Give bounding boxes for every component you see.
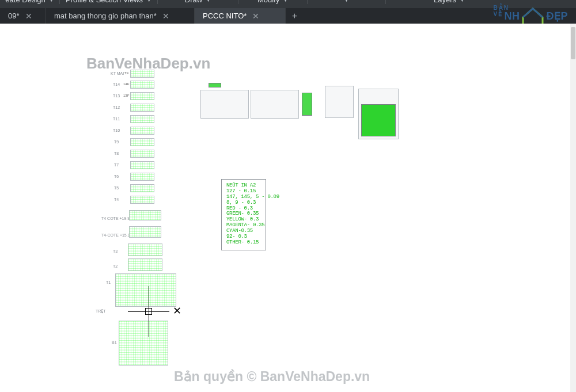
sheet-thumb [209,83,221,87]
floorplan-thumb [130,138,154,146]
floor-label: KT MAI [111,71,124,75]
chevron-down-icon: ▼ [206,0,211,3]
chevron-down-icon: ▼ [344,0,349,3]
close-icon[interactable]: ✕ [25,12,32,20]
floor-label: T9 [114,140,119,144]
floor-label: T7 [114,163,119,167]
vertical-scrollbar[interactable] [570,24,576,392]
tab-label: 09* [8,12,20,20]
floorplan-thumb [130,104,154,112]
tab-label: mat bang thong gio phan than* [54,12,157,20]
ribbon-panel-layers[interactable]: Layers ▼ [386,0,513,4]
tab-label: PCCC NITO* [203,12,247,20]
ribbon-panel-label: Modify [257,0,279,3]
chevron-down-icon: ▼ [49,0,54,3]
floorplan-thumb [130,70,154,78]
ribbon-panels: eate Design ▼ Profile & Section Views ▼ … [0,0,576,8]
tab-09[interactable]: 09* ✕ [0,8,46,24]
floor-label: T14 [113,82,120,86]
chevron-down-icon: ▼ [283,0,288,3]
floor-label: T12 [113,105,120,109]
floorplan-thumb [130,196,154,204]
floorplan-thumb [129,226,161,238]
chevron-down-icon: ▼ [460,0,465,3]
floorplan-thumb [130,81,154,89]
floor-label: T4 [114,197,119,201]
floor-label: T3 [113,249,118,253]
floor-label: T6 [114,174,119,178]
floor-label: T5 [114,186,119,190]
row-label: TF [124,71,128,75]
close-icon[interactable]: ✕ [252,12,259,20]
floor-label: T10 [113,128,120,132]
pen-assignment-block: NEÛT IN A2 127 - 0.15 147, 145, 5 - 0.09… [221,179,266,250]
ribbon-panel-create-design[interactable]: eate Design ▼ [0,0,60,4]
ribbon-panel-blank[interactable]: ▼ [308,0,386,4]
row-label: 14F [123,82,129,86]
drawing-canvas[interactable]: BanVeNhaDep.vn Bản quyền © BanVeNhaDep.v… [0,24,576,392]
floor-label: T11 [113,117,120,121]
ribbon-panel-label: Layers [434,0,456,3]
close-icon[interactable]: ✕ [162,12,169,20]
pickbox-icon [145,308,152,315]
scrollbar-thumb[interactable] [571,27,575,59]
watermark-text: Bản quyền © BanVeNhaDep.vn [174,369,370,385]
sheet-thumb [325,86,354,118]
floorplan-thumb [128,243,162,256]
floorplan-thumb [115,273,176,307]
sheet-thumb [302,93,312,116]
floor-label: T2 [113,264,118,268]
ribbon-panel-modify[interactable]: Modify ▼ [238,0,308,4]
floorplan-thumb [130,150,154,158]
tab-pccc-nito[interactable]: PCCC NITO* ✕ [195,8,286,24]
floor-label: T1 [106,280,111,284]
floorplan-thumb [130,161,154,169]
floorplan-thumb [128,258,162,271]
floorplan-thumb [130,173,154,181]
floorplan-thumb [130,127,154,135]
sheet-thumb [361,104,396,136]
sheet-thumb [251,90,299,119]
add-tab-button[interactable]: ＋ [286,8,303,24]
pen-line: OTHER- 0.15 [226,240,263,246]
ribbon-panel-label: Profile & Section Views [66,0,143,3]
floor-label: TRỆT [96,309,106,314]
floor-label: T8 [114,151,119,155]
floorplan-thumb [130,184,154,192]
ribbon-panel-label: Draw [185,0,202,3]
ribbon-panel-label: eate Design [5,0,45,3]
tab-mat-bang[interactable]: mat bang thong gio phan than* ✕ [46,8,195,24]
sheet-thumb [200,90,249,119]
floor-label: T13 [113,94,120,98]
ribbon-panel-draw[interactable]: Draw ▼ [158,0,238,4]
chevron-down-icon: ▼ [146,0,151,3]
floorplan-thumb [119,321,168,366]
plus-icon: ＋ [290,10,299,21]
floorplan-thumb [130,115,154,123]
logo-text: ĐẸP [546,10,568,22]
floorplan-thumb [129,210,161,220]
logo-pre: BẢN VẼ [494,5,509,17]
ribbon-panel-profile-section[interactable]: Profile & Section Views ▼ [60,0,158,4]
row-label: 13F [123,94,129,97]
floorplan-thumb [130,92,154,100]
floor-label: B1 [112,340,117,344]
document-tabs: 09* ✕ mat bang thong gio phan than* ✕ PC… [0,8,576,24]
